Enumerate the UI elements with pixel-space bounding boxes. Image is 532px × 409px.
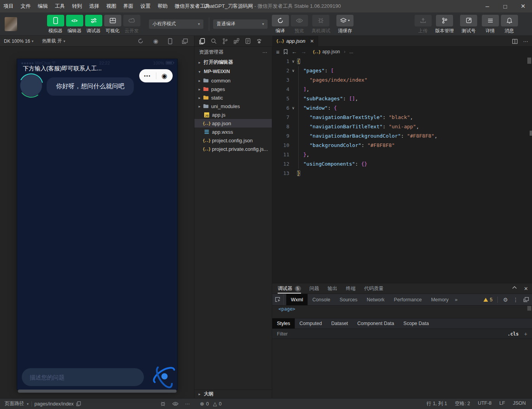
search-icon[interactable] [211,38,217,44]
language-mode[interactable]: JSON [513,400,526,407]
mode-select[interactable]: 小程序模式 ▾ [149,19,203,29]
record-icon[interactable]: ◉ [153,38,158,45]
editor-toggle-button[interactable]: </> 编辑器 [65,15,84,34]
avatar[interactable] [5,17,17,31]
version-control-button[interactable]: 版本管理 [432,15,457,34]
eol-type[interactable]: LF [499,400,505,407]
close-icon[interactable]: ✕ [514,0,532,12]
phone-frame-icon[interactable] [168,38,172,44]
tree-item-uni-modules[interactable]: ▸uni_modules [194,102,272,110]
panel-tab-代码质量[interactable]: 代码质量 [364,283,384,294]
clear-cache-button[interactable]: ▾ 清缓存 [333,15,357,34]
fold-chevron-icon[interactable]: ∨ [289,103,297,113]
phone-simulator[interactable]: ●●●●● WeChat 22:22 100% 下方输入(客服)即可联系人工..… [17,59,177,390]
menu-item[interactable]: 编辑 [34,0,51,12]
warning-counter[interactable]: 5 [483,297,492,302]
extensions-icon[interactable] [234,38,240,44]
tree-item-common[interactable]: ▸common [194,76,272,85]
menu-item[interactable]: 工具 [51,0,68,12]
tree-item-project-private-config-js-[interactable]: {..}project.private.config.js... [194,145,272,153]
visibility-eye-icon[interactable] [172,402,178,406]
inspector-tab-dataset[interactable]: Dataset [327,318,353,329]
compile-button[interactable]: 编译 [271,15,290,34]
fold-chevron-icon[interactable]: ∨ [289,57,297,66]
menu-item[interactable]: 帮助 [154,0,171,12]
inspector-tab-styles[interactable]: Styles [272,318,295,329]
outline-section[interactable]: ▸ 大纲 [194,390,272,398]
panel-tab-终端[interactable]: 终端 [346,283,356,294]
style-filter-input[interactable] [277,331,508,337]
forward-icon[interactable]: → [301,49,306,55]
tree-item-app-wxss[interactable]: app.wxss [194,128,272,136]
menu-item[interactable]: 文件 [17,0,34,12]
settings-gear-icon[interactable]: ⚙ [503,297,508,303]
tree-item-static[interactable]: ▸static [194,93,272,102]
encoding[interactable]: UTF-8 [478,400,492,407]
element-tree-snippet[interactable]: <page> [272,306,532,312]
files-icon[interactable] [199,38,205,44]
devtools-tab-network[interactable]: Network [362,294,389,305]
menu-item[interactable]: 转到 [68,0,86,12]
npm-paw-icon[interactable] [256,38,262,44]
device-select[interactable]: DK 100% 16 ▾ [4,38,33,44]
chat-input[interactable] [22,368,144,386]
element-tree-scrollbar[interactable] [527,306,531,311]
devtools-tab-sources[interactable]: Sources [335,294,362,305]
tree-item-app-js[interactable]: JSapp.js [194,110,272,119]
rotate-icon[interactable] [138,38,144,44]
page-path-label[interactable]: 页面路径 [5,400,24,407]
project-root-section[interactable]: ▾ MP-WEIXIN [194,67,272,76]
details-button[interactable]: 详情 [481,15,500,34]
simulator-toggle-button[interactable]: 模拟器 [46,15,65,34]
code-editor[interactable]: 1∨{2∨"pages": [3"pages/index/index"4],5"… [272,57,532,283]
debugger-toggle-button[interactable]: 调试器 [84,15,103,34]
panel-tab-问题[interactable]: 问题 [310,283,319,294]
close-panel-icon[interactable]: ✕ [524,286,528,292]
inspector-tab-computed[interactable]: Computed [295,318,327,329]
tabs-overflow-icon[interactable]: » [455,297,458,302]
menu-item[interactable]: 界面 [120,0,137,12]
source-control-icon[interactable] [222,38,228,44]
devtools-tab-memory[interactable]: Memory [426,294,453,305]
breadcrumb-file[interactable]: {..} app.json [313,49,340,54]
remote-debug-button[interactable]: 真机调试 [309,15,333,34]
menu-item[interactable]: 项目 [0,0,17,12]
editor-scrollbar[interactable] [527,58,531,64]
multi-window-icon[interactable] [182,38,188,44]
inspector-tab-component-data[interactable]: Component Data [353,318,399,329]
tree-item-app-json[interactable]: {..}app.json [194,119,272,128]
fold-chevron-icon[interactable]: ∨ [289,66,297,75]
problems-summary[interactable]: ⊗ 0 △ 0 [194,401,272,407]
tree-item-pages[interactable]: ▸pages [194,85,272,93]
compile-mode-select[interactable]: 普通编译 ▾ [213,19,268,29]
menu-item[interactable]: 设置 [137,0,154,12]
undock-icon[interactable] [523,297,529,302]
page-path-value[interactable]: pages/index/index [35,401,74,407]
breadcrumb-more[interactable]: ... [349,49,353,54]
copy-icon[interactable] [76,401,81,406]
devtools-tab-performance[interactable]: Performance [389,294,427,305]
panel-tab-调试器[interactable]: 调试器5 [278,283,301,294]
kebab-menu-icon[interactable]: ⋮ [513,297,518,303]
outline-list-icon[interactable]: ≡ [276,49,280,55]
vconsole-bug-icon[interactable] [160,401,166,406]
devtools-tab-console[interactable]: Console [308,294,335,305]
test-account-button[interactable]: 测试号 [457,15,481,34]
tree-item-project-config-json[interactable]: {..}project.config.json [194,136,272,145]
tab-app-json[interactable]: {..} app.json ✕ [272,36,318,46]
back-icon[interactable]: ← [292,49,297,55]
menu-item[interactable]: 选择 [86,0,103,12]
visualizer-button[interactable]: 可视化 [103,15,122,34]
file-doc-icon[interactable] [245,38,250,44]
devtools-tab-wxml[interactable]: Wxml [286,294,308,305]
inspect-element-icon[interactable] [272,294,284,305]
split-editor-icon[interactable] [512,39,518,44]
panel-tab-输出[interactable]: 输出 [328,283,338,294]
close-tab-icon[interactable]: ✕ [310,38,314,44]
explorer-more-icon[interactable]: ⋯ [262,49,268,55]
menu-item[interactable]: 视图 [103,0,120,12]
open-editors-section[interactable]: ▸ 打开的编辑器 [194,58,272,67]
inspector-tab-scope-data[interactable]: Scope Data [399,318,433,329]
maximize-icon[interactable]: □ [496,0,514,12]
capsule-more-icon[interactable]: ••• [139,73,156,78]
